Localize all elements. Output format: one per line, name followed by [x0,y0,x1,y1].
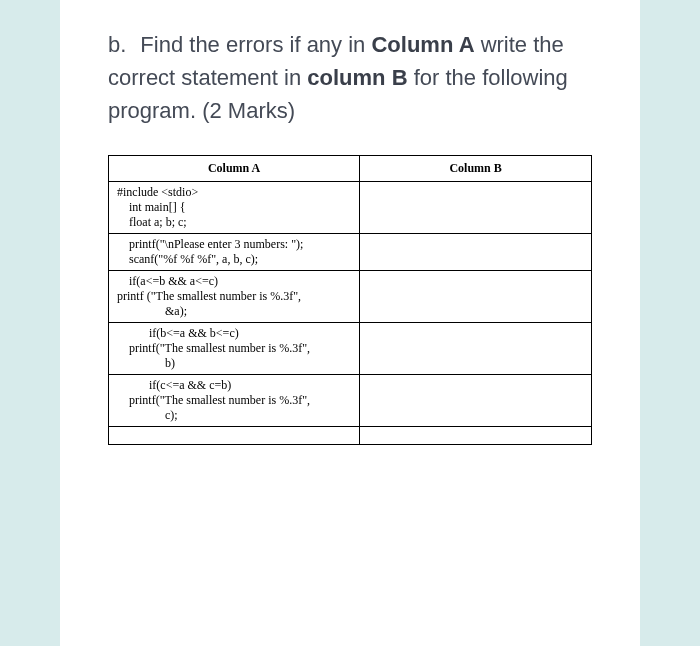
cell-col-b [360,375,592,427]
code-line: printf("The smallest number is %.3f", [117,393,355,408]
code-line: c); [117,408,355,423]
cell-col-a: if(a<=b && a<=c) printf ("The smallest n… [109,271,360,323]
cell-col-a: #include <stdio> int main[] { float a; b… [109,182,360,234]
code-line: float a; b; c; [117,215,355,230]
header-column-a: Column A [109,156,360,182]
table-row: if(b<=a && b<=c) printf("The smallest nu… [109,323,592,375]
page-container: b.Find the errors if any in Column A wri… [60,0,640,646]
cell-col-a: if(c<=a && c=b) printf("The smallest num… [109,375,360,427]
cell-col-b [360,323,592,375]
table-row: if(a<=b && a<=c) printf ("The smallest n… [109,271,592,323]
table-body: #include <stdio> int main[] { float a; b… [109,182,592,445]
cell-col-a [109,427,360,445]
code-line: if(b<=a && b<=c) [117,326,355,341]
table-row [109,427,592,445]
cell-col-b [360,427,592,445]
code-line: b) [117,356,355,371]
code-line: scanf("%f %f %f", a, b, c); [117,252,355,267]
code-table: Column A Column B #include <stdio> int m… [108,155,592,445]
cell-col-b [360,182,592,234]
cell-col-b [360,234,592,271]
code-line: printf("\nPlease enter 3 numbers: "); [117,237,355,252]
code-line: printf("The smallest number is %.3f", [117,341,355,356]
code-line: if(a<=b && a<=c) [117,274,355,289]
qtext-bold1: Column A [371,32,474,57]
code-line: printf ("The smallest number is %.3f", [117,289,301,303]
question-text: b.Find the errors if any in Column A wri… [108,28,592,127]
code-line: &a); [117,304,355,319]
cell-col-b [360,271,592,323]
qtext-bold2: column B [307,65,407,90]
table-row: #include <stdio> int main[] { float a; b… [109,182,592,234]
cell-col-a: printf("\nPlease enter 3 numbers: "); sc… [109,234,360,271]
qtext-part1: Find the errors if any in [140,32,371,57]
question-letter: b. [108,28,126,61]
table-header-row: Column A Column B [109,156,592,182]
header-column-b: Column B [360,156,592,182]
code-line: #include <stdio> [117,185,198,199]
table-row: if(c<=a && c=b) printf("The smallest num… [109,375,592,427]
code-line: if(c<=a && c=b) [117,378,355,393]
code-line: int main[] { [117,200,355,215]
table-row: printf("\nPlease enter 3 numbers: "); sc… [109,234,592,271]
cell-col-a: if(b<=a && b<=c) printf("The smallest nu… [109,323,360,375]
